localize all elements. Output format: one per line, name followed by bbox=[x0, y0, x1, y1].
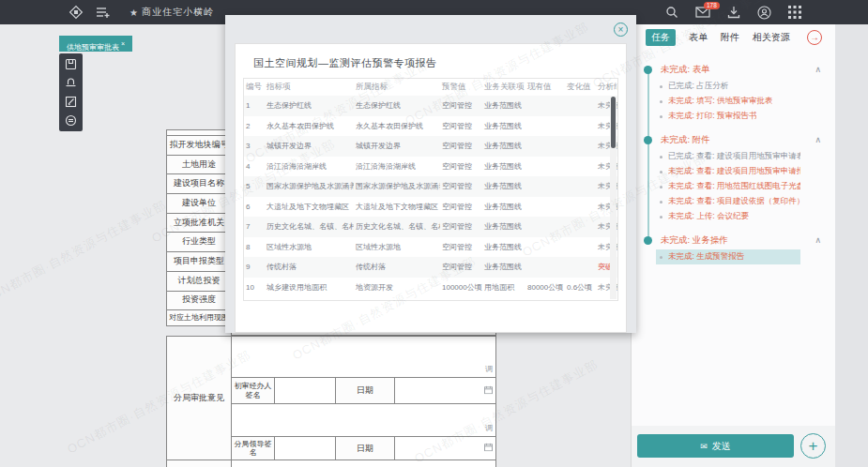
search-icon[interactable] bbox=[665, 6, 678, 19]
user-icon[interactable] bbox=[757, 6, 771, 20]
report-row[interactable]: 3城镇开发边界城镇开发边界空间管控业务范围线未突破 bbox=[244, 136, 618, 157]
report-cell-warn: 空间管控 bbox=[440, 237, 482, 258]
panel-tab-附件[interactable]: 附件 bbox=[721, 31, 739, 44]
panel-tab-相关资源[interactable]: 相关资源 bbox=[753, 31, 790, 44]
save-icon[interactable] bbox=[65, 58, 77, 70]
scrollbar-thumb[interactable] bbox=[611, 97, 616, 148]
menu-add-icon[interactable] bbox=[96, 7, 111, 18]
task-item-label: 未完成: 查看: 建设项目用地预审申请报... bbox=[668, 166, 800, 177]
mail-badge: 178 bbox=[704, 2, 720, 9]
report-row[interactable]: 4沿江沿海沿湖岸线沿江沿海沿湖岸线空间管控业务范围线未突破 bbox=[244, 157, 618, 177]
form-clipped-row bbox=[231, 459, 496, 467]
sign1-input[interactable] bbox=[274, 377, 336, 404]
report-cell-warn: 空间管控 bbox=[440, 136, 482, 157]
report-cell-biz: 业务范围线 bbox=[482, 237, 525, 258]
date1-input[interactable] bbox=[394, 377, 496, 404]
mail-icon[interactable]: 178 bbox=[695, 7, 710, 18]
report-cell-no: 1 bbox=[244, 96, 265, 116]
form-row-label: 项目申报类型 bbox=[166, 251, 232, 272]
report-column-header: 业务关联项 bbox=[482, 79, 525, 96]
report-row[interactable]: 10城乡建设用地面积地资源开发100000公顷用地面积80000公顷0.6公顷未… bbox=[244, 278, 618, 298]
panel-tab-任务[interactable]: 任务 bbox=[646, 29, 676, 46]
report-row[interactable]: 2永久基本农田保护线永久基本农田保护线空间管控业务范围线未突破 bbox=[244, 116, 618, 137]
report-cell-no: 7 bbox=[244, 217, 265, 237]
report-cell-no: 9 bbox=[244, 257, 265, 278]
edit-icon[interactable] bbox=[65, 96, 77, 108]
task-item[interactable]: 未完成: 生成预警报告 bbox=[656, 249, 800, 264]
date2-input[interactable] bbox=[394, 436, 496, 460]
section-dot-icon bbox=[644, 66, 652, 74]
download-icon[interactable] bbox=[727, 6, 740, 19]
close-icon[interactable]: × bbox=[614, 23, 628, 37]
panel-tab-表单[interactable]: 表单 bbox=[689, 31, 708, 44]
task-item[interactable]: 已完成: 占压分析 bbox=[656, 79, 800, 94]
form-row-label: 行业类型 bbox=[166, 232, 232, 252]
project-title: 商业住宅小横岭 bbox=[142, 6, 214, 19]
report-cell-item: 城镇开发边界 bbox=[265, 136, 354, 157]
approval-opinion-textarea-1[interactable]: 调 bbox=[231, 336, 496, 378]
sign2-input[interactable] bbox=[274, 436, 336, 460]
tab-supply-preapproval[interactable]: 供地预审审批表× bbox=[59, 36, 132, 52]
report-cell-change bbox=[565, 176, 596, 197]
apps-grid-icon[interactable] bbox=[788, 6, 801, 19]
task-item[interactable]: 未完成: 上传: 会议纪要 bbox=[656, 209, 800, 224]
task-item[interactable]: 未完成: 查看: 建设项目用地预审申请报... bbox=[656, 164, 800, 179]
report-table: 编号指标项所属指标预警值业务关联项现有值变化值分析结果 1生态保护红线生态保护红… bbox=[243, 78, 618, 301]
modal-card: 国土空间规划—监测评估预警专项报告 编号指标项所属指标预警值业务关联项现有值变化… bbox=[235, 43, 627, 333]
report-cell-parent: 区域性水源地 bbox=[354, 237, 440, 258]
report-cell-biz: 业务范围线 bbox=[482, 197, 525, 218]
task-item[interactable]: 未完成: 打印: 预审报告书 bbox=[656, 109, 800, 124]
task-section-header[interactable]: 未完成: 附件∧ bbox=[632, 130, 835, 149]
warning-report-modal: × 国土空间规划—监测评估预警专项报告 编号指标项所属指标预警值业务关联项现有值… bbox=[225, 15, 636, 333]
report-cell-warn: 空间管控 bbox=[440, 116, 482, 137]
task-item[interactable]: 未完成: 查看: 用地范围红线图电子光盘 bbox=[656, 179, 800, 194]
favorite-star-icon[interactable]: ★ bbox=[129, 8, 138, 18]
form-row-label: 投资强度 bbox=[166, 291, 232, 311]
circle-arrow-icon[interactable]: → bbox=[807, 30, 822, 45]
report-cell-parent: 城镇开发边界 bbox=[354, 136, 440, 157]
report-cell-biz: 业务范围线 bbox=[482, 176, 525, 197]
report-cell-no: 3 bbox=[244, 136, 265, 157]
task-section-header[interactable]: 未完成: 业务操作∧ bbox=[632, 231, 835, 249]
tab-close-icon[interactable]: × bbox=[121, 40, 125, 47]
report-cell-change bbox=[565, 197, 596, 218]
tab-label: 供地预审审批表 bbox=[67, 43, 119, 52]
report-row[interactable]: 8区域性水源地区域性水源地空间管控业务范围线未突破 bbox=[244, 237, 618, 258]
report-cell-biz: 业务范围线 bbox=[482, 96, 525, 116]
report-row[interactable]: 5国家水源保护地及水源涵养区国家水源保护地及水源涵养区空间管控业务范围线未突破 bbox=[244, 176, 618, 197]
form-approval-label: 分局审批意见 bbox=[166, 336, 232, 460]
report-cell-biz: 用地面积 bbox=[482, 278, 525, 298]
report-cell-biz: 业务范围线 bbox=[482, 136, 525, 157]
report-cell-no: 5 bbox=[244, 176, 265, 197]
report-cell-item: 永久基本农田保护线 bbox=[265, 116, 354, 137]
task-item[interactable]: 已完成: 查看: 建设项目用地预审申请表... bbox=[656, 149, 800, 164]
report-row[interactable]: 1生态保护红线生态保护红线空间管控业务范围线未突破 bbox=[244, 96, 618, 116]
watermark-text: OCN都市圈·自然资源与住建事业部 bbox=[0, 197, 170, 309]
report-cell-no: 6 bbox=[244, 197, 265, 218]
calendar-icon[interactable] bbox=[484, 385, 493, 396]
chevron-up-icon[interactable]: ∧ bbox=[815, 235, 821, 245]
task-section-header[interactable]: 未完成: 表单∧ bbox=[632, 60, 835, 79]
calendar-icon[interactable] bbox=[484, 443, 493, 453]
date1-label: 日期 bbox=[335, 377, 395, 404]
report-cell-change bbox=[565, 136, 596, 157]
app-logo-icon[interactable] bbox=[68, 4, 84, 21]
send-button[interactable]: ✉发送 bbox=[637, 434, 794, 458]
task-item[interactable]: 未完成: 填写: 供地预审审批表 bbox=[656, 94, 800, 109]
approval-opinion-textarea-2[interactable]: 调 bbox=[231, 403, 496, 437]
report-row[interactable]: 7历史文化名城、名镇、名村历史文化名城、名镇、名村空间管控业务范围线未突破 bbox=[244, 217, 618, 237]
chevron-up-icon[interactable]: ∧ bbox=[815, 65, 821, 74]
print-icon[interactable] bbox=[65, 77, 77, 89]
chevron-up-icon[interactable]: ∧ bbox=[815, 135, 821, 144]
phrase-picker-hint[interactable]: 调 bbox=[485, 365, 493, 373]
section-dot-icon bbox=[644, 236, 652, 245]
add-button[interactable]: + bbox=[800, 433, 826, 459]
report-row[interactable]: 6大遗址及地下文物埋藏区大遗址及地下文物埋藏区空间管控业务范围线未突破 bbox=[244, 197, 618, 218]
phrase-picker-hint[interactable]: 调 bbox=[485, 424, 493, 432]
report-cell-warn: 空间管控 bbox=[440, 257, 482, 278]
comment-icon[interactable] bbox=[65, 114, 77, 127]
task-panel: 任务表单附件相关资源→ 未完成: 表单∧已完成: 占压分析未完成: 填写: 供地… bbox=[631, 24, 835, 467]
task-item[interactable]: 未完成: 查看: 项目建设依据（复印件） bbox=[656, 194, 800, 209]
table-scrollbar[interactable] bbox=[610, 97, 617, 299]
report-row[interactable]: 9传统村落传统村落空间管控业务范围线突破 bbox=[244, 257, 618, 278]
